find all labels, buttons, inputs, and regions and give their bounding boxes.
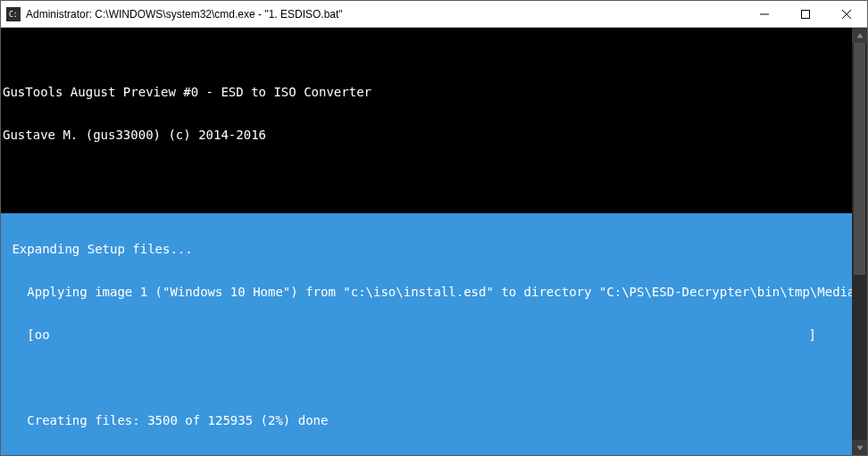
expanding-block: Expanding Setup files... Applying image … <box>1 213 867 455</box>
svg-text:C:\: C:\ <box>9 11 18 19</box>
minimize-button[interactable] <box>744 1 785 27</box>
tool-header: GusTools August Preview #0 - ESD to ISO … <box>1 85 867 99</box>
scroll-up-arrow[interactable] <box>852 28 867 43</box>
creating-files: Creating files: 3500 of 125935 (2%) done <box>3 413 865 427</box>
close-button[interactable] <box>826 1 867 27</box>
svg-marker-6 <box>857 446 863 450</box>
window-controls <box>744 1 867 27</box>
svg-rect-2 <box>802 10 810 18</box>
maximize-button[interactable] <box>785 1 826 27</box>
applying-image: Applying image 1 ("Windows 10 Home") fro… <box>3 285 865 299</box>
expanding-title: Expanding Setup files... <box>3 242 865 256</box>
console-area[interactable]: GusTools August Preview #0 - ESD to ISO … <box>1 28 867 455</box>
cmd-window: C:\ Administrator: C:\WINDOWS\system32\c… <box>0 0 868 456</box>
scroll-down-arrow[interactable] <box>852 440 867 455</box>
scroll-track[interactable] <box>852 43 867 440</box>
console-content: GusTools August Preview #0 - ESD to ISO … <box>1 56 867 455</box>
scroll-thumb[interactable] <box>854 43 865 275</box>
window-title: Administrator: C:\WINDOWS\system32\cmd.e… <box>26 8 744 21</box>
tool-author: Gustave M. (gus33000) (c) 2014-2016 <box>1 128 867 142</box>
vertical-scrollbar[interactable] <box>852 28 867 455</box>
progress-bar: [oo] <box>3 327 865 342</box>
cmd-icon: C:\ <box>6 7 21 21</box>
svg-marker-5 <box>857 34 863 37</box>
titlebar[interactable]: C:\ Administrator: C:\WINDOWS\system32\c… <box>1 1 867 28</box>
